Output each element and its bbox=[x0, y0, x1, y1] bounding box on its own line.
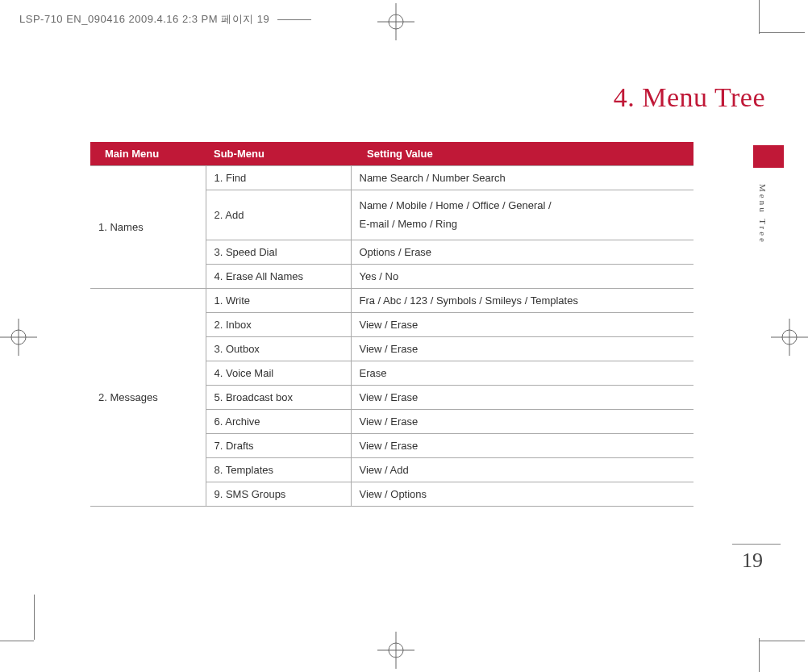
setting-value-cell: View / Erase bbox=[351, 385, 693, 409]
sub-menu-cell: 5. Broadcast box bbox=[206, 385, 351, 409]
side-tab-accent bbox=[753, 145, 784, 168]
table-header-row: Main Menu Sub-Menu Setting Value bbox=[90, 142, 693, 166]
crop-mark bbox=[34, 595, 35, 640]
imprint-text: LSP-710 EN_090416 2009.4.16 2:3 PM 페이지 1… bbox=[19, 13, 269, 25]
imprint-header: LSP-710 EN_090416 2009.4.16 2:3 PM 페이지 1… bbox=[19, 12, 311, 27]
col-header-sub: Sub-Menu bbox=[206, 142, 351, 166]
menu-tree-table: Main Menu Sub-Menu Setting Value 1. Name… bbox=[90, 142, 693, 507]
sub-menu-cell: 4. Voice Mail bbox=[206, 361, 351, 385]
setting-value-cell: Name Search / Number Search bbox=[351, 166, 693, 190]
setting-value-cell: Name / Mobile / Home / Office / General … bbox=[351, 190, 693, 240]
main-menu-cell: 1. Names bbox=[90, 166, 206, 289]
sub-menu-cell: 7. Drafts bbox=[206, 433, 351, 457]
registration-mark-bottom bbox=[377, 632, 414, 669]
setting-value-cell: Options / Erase bbox=[351, 240, 693, 264]
main-menu-cell: 2. Messages bbox=[90, 288, 206, 506]
table-row: 2. Messages1. WriteFra / Abc / 123 / Sym… bbox=[90, 288, 693, 312]
setting-value-cell: Erase bbox=[351, 361, 693, 385]
sub-menu-cell: 8. Templates bbox=[206, 457, 351, 482]
page-frame: 4. Menu Tree Menu Tree Main Menu Sub-Men… bbox=[35, 32, 785, 613]
crop-mark bbox=[760, 641, 805, 641]
sub-menu-cell: 2. Add bbox=[206, 190, 351, 240]
sub-menu-cell: 1. Write bbox=[206, 288, 351, 312]
setting-value-cell: Yes / No bbox=[351, 264, 693, 288]
dash-rule bbox=[277, 19, 311, 20]
setting-value-cell: View / Erase bbox=[351, 409, 693, 433]
sub-menu-cell: 4. Erase All Names bbox=[206, 264, 351, 288]
table-body: 1. Names1. FindName Search / Number Sear… bbox=[90, 166, 693, 507]
page-number: 19 bbox=[742, 544, 763, 573]
setting-value-cell: View / Add bbox=[351, 457, 693, 482]
sub-menu-cell: 3. Speed Dial bbox=[206, 240, 351, 264]
sub-menu-cell: 9. SMS Groups bbox=[206, 482, 351, 506]
sub-menu-cell: 6. Archive bbox=[206, 409, 351, 433]
crop-mark bbox=[759, 0, 760, 34]
setting-value-cell: View / Erase bbox=[351, 433, 693, 457]
sub-menu-cell: 2. Inbox bbox=[206, 312, 351, 336]
side-vertical-label: Menu Tree bbox=[758, 184, 768, 244]
registration-mark-left bbox=[0, 319, 37, 356]
sub-menu-cell: 3. Outbox bbox=[206, 336, 351, 361]
col-header-value: Setting Value bbox=[351, 142, 693, 166]
setting-value-cell: View / Erase bbox=[351, 336, 693, 361]
crop-mark bbox=[0, 641, 34, 641]
table-row: 1. Names1. FindName Search / Number Sear… bbox=[90, 166, 693, 190]
chapter-title: 4. Menu Tree bbox=[614, 82, 765, 113]
col-header-main: Main Menu bbox=[90, 142, 206, 166]
sub-menu-cell: 1. Find bbox=[206, 166, 351, 190]
setting-value-cell: View / Erase bbox=[351, 312, 693, 336]
setting-value-cell: Fra / Abc / 123 / Symbols / Smileys / Te… bbox=[351, 288, 693, 312]
setting-value-cell: View / Options bbox=[351, 482, 693, 506]
crop-mark bbox=[759, 638, 760, 672]
